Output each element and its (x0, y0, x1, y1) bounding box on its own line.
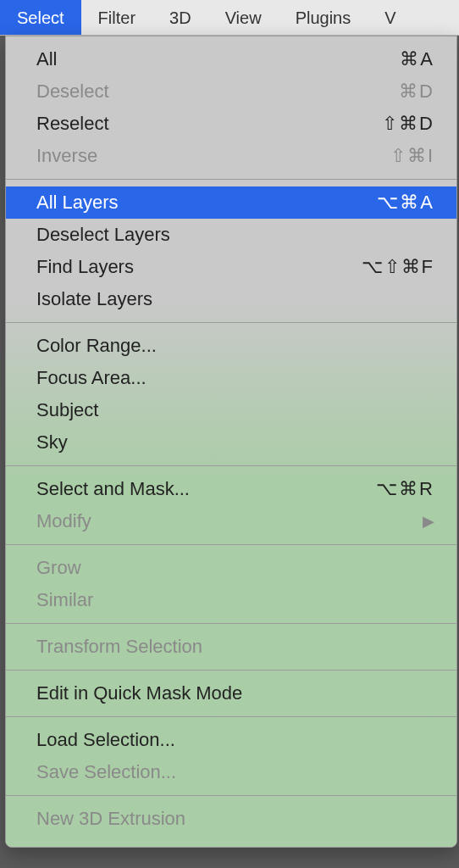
menu-isolate-layers[interactable]: Isolate Layers (6, 283, 456, 315)
menu-label: Deselect Layers (36, 222, 170, 248)
menu-subject[interactable]: Subject (6, 394, 456, 426)
menu-find-layers[interactable]: Find Layers ⌥⇧⌘F (6, 251, 456, 283)
menu-label: Select and Mask... (36, 476, 190, 502)
menu-deselect-layers[interactable]: Deselect Layers (6, 219, 456, 251)
submenu-arrow-icon: ▶ (423, 509, 434, 534)
menubar-partial[interactable]: V (368, 0, 412, 35)
menu-shortcut: ⌥⌘R (376, 476, 434, 502)
menu-color-range[interactable]: Color Range... (6, 330, 456, 362)
menu-focus-area[interactable]: Focus Area... (6, 362, 456, 394)
menu-label: Isolate Layers (36, 287, 152, 312)
menu-label: Subject (36, 398, 98, 423)
menu-grow: Grow (6, 552, 456, 584)
menubar-plugins[interactable]: Plugins (279, 0, 368, 35)
separator (6, 322, 456, 323)
menubar-view[interactable]: View (208, 0, 279, 35)
menu-label: Focus Area... (36, 365, 147, 391)
menu-label: Transform Selection (36, 634, 202, 659)
menu-load-selection[interactable]: Load Selection... (6, 724, 456, 756)
separator (6, 465, 456, 466)
menu-transform-selection: Transform Selection (6, 631, 456, 663)
select-dropdown: All ⌘A Deselect ⌘D Reselect ⇧⌘D Inverse … (5, 36, 457, 848)
menu-shortcut: ⌥⇧⌘F (362, 254, 434, 280)
menu-label: Reselect (36, 111, 109, 136)
menu-label: Inverse (36, 143, 97, 169)
menu-shortcut: ⇧⌘D (382, 111, 434, 136)
menu-inverse: Inverse ⇧⌘I (6, 140, 456, 172)
menu-label: All (36, 47, 57, 72)
menu-sky[interactable]: Sky (6, 426, 456, 459)
menu-shortcut: ⌘A (400, 47, 434, 72)
menubar-3d[interactable]: 3D (152, 0, 208, 35)
menu-label: Find Layers (36, 254, 134, 280)
menu-label: Sky (36, 430, 68, 455)
menu-reselect[interactable]: Reselect ⇧⌘D (6, 108, 456, 140)
menu-select-and-mask[interactable]: Select and Mask... ⌥⌘R (6, 473, 456, 505)
menu-shortcut: ⇧⌘I (390, 143, 434, 169)
separator (6, 670, 456, 670)
menu-label: Color Range... (36, 333, 157, 359)
menu-label: New 3D Extrusion (36, 806, 185, 832)
menu-label: Edit in Quick Mask Mode (36, 681, 242, 706)
menu-label: Deselect (36, 79, 109, 104)
menu-label: Modify (36, 509, 91, 534)
menu-label: Save Selection... (36, 760, 176, 785)
separator (6, 716, 456, 717)
menu-shortcut: ⌘D (399, 79, 434, 104)
menu-label: All Layers (36, 190, 119, 215)
dropdown-content: All ⌘A Deselect ⌘D Reselect ⇧⌘D Inverse … (6, 36, 456, 847)
menu-label: Similar (36, 587, 93, 613)
menubar: Select Filter 3D View Plugins V (0, 0, 459, 36)
separator (6, 795, 456, 796)
menu-new-3d-extrusion: New 3D Extrusion (6, 803, 456, 835)
menu-label: Load Selection... (36, 727, 175, 753)
menu-all[interactable]: All ⌘A (6, 43, 456, 75)
menubar-select[interactable]: Select (0, 0, 81, 35)
menu-save-selection: Save Selection... (6, 756, 456, 788)
menu-all-layers[interactable]: All Layers ⌥⌘A (6, 186, 456, 219)
menu-modify: Modify ▶ (6, 505, 456, 537)
menu-quick-mask[interactable]: Edit in Quick Mask Mode (6, 677, 456, 709)
separator (6, 544, 456, 545)
menu-shortcut: ⌥⌘A (377, 190, 434, 215)
menubar-filter[interactable]: Filter (81, 0, 152, 35)
menu-label: Grow (36, 555, 81, 581)
separator (6, 179, 456, 180)
separator (6, 623, 456, 624)
menu-similar: Similar (6, 584, 456, 616)
menu-deselect: Deselect ⌘D (6, 75, 456, 108)
